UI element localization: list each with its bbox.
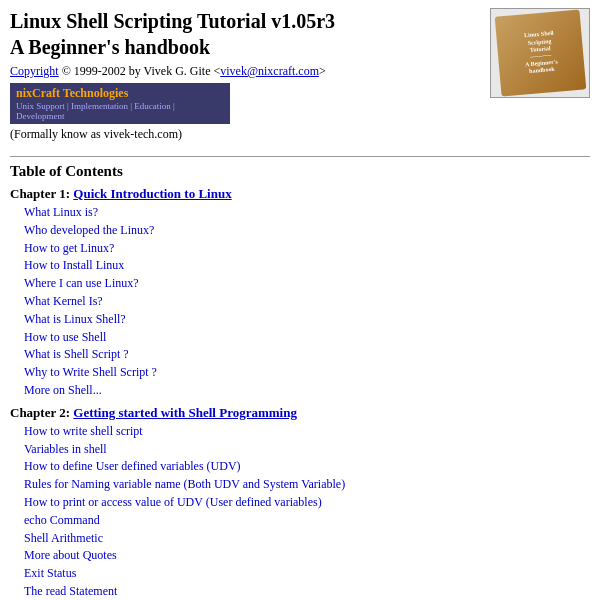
chapter-1: Chapter 1: Quick Introduction to LinuxWh… xyxy=(10,186,590,399)
list-item: What is Linux Shell? xyxy=(24,311,590,328)
list-item: The read Statement xyxy=(24,583,590,600)
chapter-2: Chapter 2: Getting started with Shell Pr… xyxy=(10,405,590,600)
list-item: Shell Arithmetic xyxy=(24,530,590,547)
header-left: Linux Shell Scripting Tutorial v1.05r3 A… xyxy=(10,8,480,150)
list-item: More about Quotes xyxy=(24,547,590,564)
list-item: Where I can use Linux? xyxy=(24,275,590,292)
list-item: How to Install Linux xyxy=(24,257,590,274)
logo-banner: nixCraft Technologies Unix Support | Imp… xyxy=(10,83,230,124)
chapter-label: Chapter 1: xyxy=(10,186,73,201)
toc-link[interactable]: How to get Linux? xyxy=(24,241,114,255)
copyright-link[interactable]: Copyright xyxy=(10,64,59,78)
title-line2: A Beginner's handbook xyxy=(10,36,210,58)
toc-link[interactable]: Why to Write Shell Script ? xyxy=(24,365,157,379)
toc-link[interactable]: What Kernel Is? xyxy=(24,294,103,308)
title-line1: Linux Shell Scripting Tutorial v1.05r3 xyxy=(10,10,335,32)
toc-link[interactable]: How to write shell script xyxy=(24,424,143,438)
toc-link[interactable]: What Linux is? xyxy=(24,205,98,219)
page-title: Linux Shell Scripting Tutorial v1.05r3 A… xyxy=(10,8,480,60)
list-item: How to write shell script xyxy=(24,423,590,440)
chapter-title-link[interactable]: Getting started with Shell Programming xyxy=(73,405,297,420)
book-cover-text: Linux ShellScriptingTutorial─────A Begin… xyxy=(517,26,562,80)
list-item: How to use Shell xyxy=(24,329,590,346)
list-item: Exit Status xyxy=(24,565,590,582)
list-item: More on Shell... xyxy=(24,382,590,399)
list-item: Rules for Naming variable name (Both UDV… xyxy=(24,476,590,493)
list-item: How to define User defined variables (UD… xyxy=(24,458,590,475)
list-item: What Linux is? xyxy=(24,204,590,221)
chapter-label: Chapter 2: xyxy=(10,405,73,420)
list-item: Why to Write Shell Script ? xyxy=(24,364,590,381)
toc-link[interactable]: More about Quotes xyxy=(24,548,117,562)
copyright-line: Copyright © 1999-2002 by Vivek G. Gite <… xyxy=(10,64,480,79)
toc-link[interactable]: How to define User defined variables (UD… xyxy=(24,459,241,473)
toc-link[interactable]: Variables in shell xyxy=(24,442,107,456)
divider-top xyxy=(10,156,590,157)
formally-text: (Formally know as vivek-tech.com) xyxy=(10,127,480,142)
book-cover-image: Linux ShellScriptingTutorial─────A Begin… xyxy=(490,8,590,98)
toc-link[interactable]: echo Command xyxy=(24,513,100,527)
list-item: What is Shell Script ? xyxy=(24,346,590,363)
list-item: Who developed the Linux? xyxy=(24,222,590,239)
toc-link[interactable]: Rules for Naming variable name (Both UDV… xyxy=(24,477,345,491)
chapter-heading-2: Chapter 2: Getting started with Shell Pr… xyxy=(10,405,590,421)
chapter-title-link[interactable]: Quick Introduction to Linux xyxy=(73,186,231,201)
book-cover-inner: Linux ShellScriptingTutorial─────A Begin… xyxy=(494,9,586,96)
toc-link[interactable]: Who developed the Linux? xyxy=(24,223,154,237)
toc-link[interactable]: Exit Status xyxy=(24,566,76,580)
list-item: echo Command xyxy=(24,512,590,529)
chapter-links-1: What Linux is?Who developed the Linux?Ho… xyxy=(10,204,590,399)
list-item: Variables in shell xyxy=(24,441,590,458)
email-link[interactable]: vivek@nixcraft.com xyxy=(220,64,319,78)
toc-link[interactable]: How to use Shell xyxy=(24,330,106,344)
list-item: How to get Linux? xyxy=(24,240,590,257)
list-item: How to print or access value of UDV (Use… xyxy=(24,494,590,511)
toc-link[interactable]: Where I can use Linux? xyxy=(24,276,139,290)
toc-title: Table of Contents xyxy=(10,163,590,180)
toc-link[interactable]: Shell Arithmetic xyxy=(24,531,103,545)
logo-subtitle: Unix Support | Implementation | Educatio… xyxy=(16,101,224,121)
toc-link[interactable]: How to Install Linux xyxy=(24,258,124,272)
list-item: What Kernel Is? xyxy=(24,293,590,310)
toc-link[interactable]: The read Statement xyxy=(24,584,117,598)
toc-link[interactable]: What is Linux Shell? xyxy=(24,312,126,326)
toc-container: Chapter 1: Quick Introduction to LinuxWh… xyxy=(10,186,590,600)
header-section: Linux Shell Scripting Tutorial v1.05r3 A… xyxy=(10,8,590,150)
toc-link[interactable]: More on Shell... xyxy=(24,383,102,397)
chapter-heading-1: Chapter 1: Quick Introduction to Linux xyxy=(10,186,590,202)
toc-link[interactable]: How to print or access value of UDV (Use… xyxy=(24,495,322,509)
toc-link[interactable]: What is Shell Script ? xyxy=(24,347,129,361)
chapter-links-2: How to write shell scriptVariables in sh… xyxy=(10,423,590,600)
logo-title: nixCraft Technologies xyxy=(16,86,224,101)
